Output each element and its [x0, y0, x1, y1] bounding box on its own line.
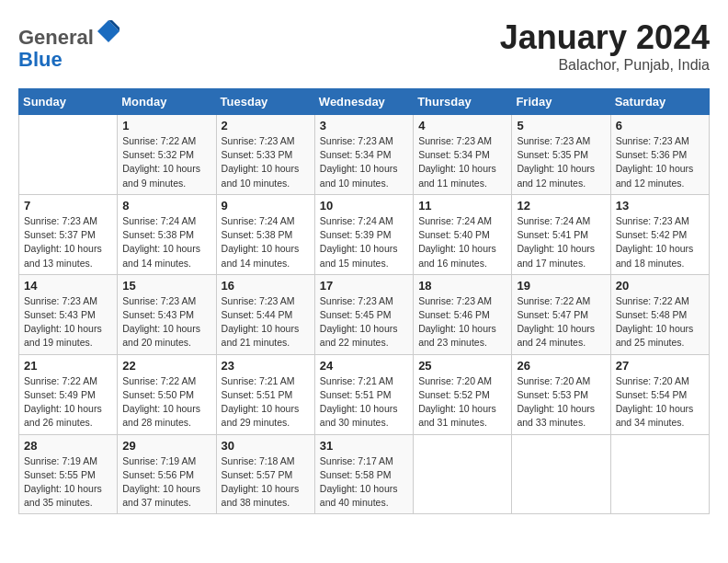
day-info: Sunrise: 7:24 AM Sunset: 5:38 PM Dayligh…	[122, 214, 210, 270]
calendar-cell: 12Sunrise: 7:24 AM Sunset: 5:41 PM Dayli…	[512, 194, 610, 274]
day-info: Sunrise: 7:19 AM Sunset: 5:56 PM Dayligh…	[122, 454, 210, 511]
logo: General Blue	[18, 18, 121, 71]
calendar-cell: 6Sunrise: 7:23 AM Sunset: 5:36 PM Daylig…	[610, 115, 709, 195]
calendar-cell: 17Sunrise: 7:23 AM Sunset: 5:45 PM Dayli…	[314, 274, 413, 354]
day-number: 1	[122, 119, 210, 132]
day-info: Sunrise: 7:19 AM Sunset: 5:55 PM Dayligh…	[24, 454, 112, 511]
logo-blue-text: Blue	[18, 48, 63, 71]
day-number: 12	[517, 199, 605, 213]
calendar-cell: 27Sunrise: 7:20 AM Sunset: 5:54 PM Dayli…	[610, 354, 709, 434]
day-number: 29	[122, 439, 210, 453]
calendar-cell	[414, 434, 512, 514]
calendar-cell: 8Sunrise: 7:24 AM Sunset: 5:38 PM Daylig…	[118, 194, 216, 274]
day-of-week-header: Monday	[118, 89, 216, 115]
calendar-week-row: 21Sunrise: 7:22 AM Sunset: 5:49 PM Dayli…	[19, 354, 710, 434]
calendar-cell: 13Sunrise: 7:23 AM Sunset: 5:42 PM Dayli…	[610, 194, 709, 274]
day-info: Sunrise: 7:24 AM Sunset: 5:39 PM Dayligh…	[320, 214, 408, 270]
day-number: 4	[418, 119, 506, 132]
day-number: 19	[517, 279, 605, 293]
calendar-cell: 21Sunrise: 7:22 AM Sunset: 5:49 PM Dayli…	[19, 354, 118, 434]
calendar-cell: 7Sunrise: 7:23 AM Sunset: 5:37 PM Daylig…	[19, 194, 118, 274]
day-number: 13	[616, 199, 704, 213]
title-block: January 2024 Balachor, Punjab, India	[500, 18, 710, 74]
calendar-cell: 5Sunrise: 7:23 AM Sunset: 5:35 PM Daylig…	[512, 115, 610, 195]
calendar-cell: 30Sunrise: 7:18 AM Sunset: 5:57 PM Dayli…	[216, 434, 314, 514]
day-of-week-header: Sunday	[19, 89, 118, 115]
calendar-cell: 22Sunrise: 7:22 AM Sunset: 5:50 PM Dayli…	[118, 354, 216, 434]
day-number: 23	[222, 359, 310, 373]
calendar-table: SundayMondayTuesdayWednesdayThursdayFrid…	[18, 88, 710, 514]
calendar-cell: 25Sunrise: 7:20 AM Sunset: 5:52 PM Dayli…	[414, 354, 512, 434]
day-number: 18	[418, 279, 506, 293]
day-number: 16	[222, 279, 310, 293]
calendar-body: 1Sunrise: 7:22 AM Sunset: 5:32 PM Daylig…	[19, 115, 710, 514]
day-number: 2	[222, 119, 310, 132]
day-info: Sunrise: 7:22 AM Sunset: 5:48 PM Dayligh…	[616, 294, 704, 350]
calendar-cell: 3Sunrise: 7:23 AM Sunset: 5:34 PM Daylig…	[314, 115, 413, 195]
day-of-week-header: Thursday	[414, 89, 512, 115]
calendar-cell: 29Sunrise: 7:19 AM Sunset: 5:56 PM Dayli…	[118, 434, 216, 514]
day-info: Sunrise: 7:23 AM Sunset: 5:46 PM Dayligh…	[418, 294, 506, 350]
calendar-week-row: 14Sunrise: 7:23 AM Sunset: 5:43 PM Dayli…	[19, 274, 710, 354]
day-number: 30	[222, 439, 310, 453]
day-info: Sunrise: 7:18 AM Sunset: 5:57 PM Dayligh…	[222, 454, 310, 511]
calendar-cell: 16Sunrise: 7:23 AM Sunset: 5:44 PM Dayli…	[216, 274, 314, 354]
day-info: Sunrise: 7:20 AM Sunset: 5:52 PM Dayligh…	[418, 374, 506, 431]
logo-general-text: General	[18, 26, 94, 49]
day-info: Sunrise: 7:23 AM Sunset: 5:45 PM Dayligh…	[320, 294, 408, 350]
day-number: 5	[517, 119, 605, 132]
day-number: 8	[122, 199, 210, 213]
logo-icon	[96, 18, 121, 44]
calendar-subtitle: Balachor, Punjab, India	[500, 57, 710, 74]
day-info: Sunrise: 7:20 AM Sunset: 5:53 PM Dayligh…	[517, 374, 605, 431]
day-number: 26	[517, 359, 605, 373]
day-number: 25	[418, 359, 506, 373]
calendar-cell: 31Sunrise: 7:17 AM Sunset: 5:58 PM Dayli…	[314, 434, 413, 514]
day-info: Sunrise: 7:23 AM Sunset: 5:34 PM Dayligh…	[320, 134, 408, 190]
calendar-week-row: 28Sunrise: 7:19 AM Sunset: 5:55 PM Dayli…	[19, 434, 710, 514]
day-info: Sunrise: 7:22 AM Sunset: 5:50 PM Dayligh…	[122, 374, 210, 431]
calendar-cell: 4Sunrise: 7:23 AM Sunset: 5:34 PM Daylig…	[414, 115, 512, 195]
day-number: 9	[222, 199, 310, 213]
day-info: Sunrise: 7:21 AM Sunset: 5:51 PM Dayligh…	[320, 374, 408, 431]
calendar-cell	[512, 434, 610, 514]
day-info: Sunrise: 7:21 AM Sunset: 5:51 PM Dayligh…	[222, 374, 310, 431]
day-info: Sunrise: 7:24 AM Sunset: 5:40 PM Dayligh…	[418, 214, 506, 270]
calendar-cell	[19, 115, 118, 195]
day-info: Sunrise: 7:23 AM Sunset: 5:44 PM Dayligh…	[222, 294, 310, 350]
calendar-cell: 1Sunrise: 7:22 AM Sunset: 5:32 PM Daylig…	[118, 115, 216, 195]
calendar-title: January 2024	[500, 18, 710, 57]
calendar-cell: 18Sunrise: 7:23 AM Sunset: 5:46 PM Dayli…	[414, 274, 512, 354]
calendar-header-row: SundayMondayTuesdayWednesdayThursdayFrid…	[19, 89, 710, 115]
calendar-cell: 2Sunrise: 7:23 AM Sunset: 5:33 PM Daylig…	[216, 115, 314, 195]
day-info: Sunrise: 7:24 AM Sunset: 5:38 PM Dayligh…	[222, 214, 310, 270]
day-info: Sunrise: 7:23 AM Sunset: 5:35 PM Dayligh…	[517, 134, 605, 190]
calendar-cell: 11Sunrise: 7:24 AM Sunset: 5:40 PM Dayli…	[414, 194, 512, 274]
svg-marker-0	[97, 20, 119, 42]
calendar-cell: 28Sunrise: 7:19 AM Sunset: 5:55 PM Dayli…	[19, 434, 118, 514]
day-number: 14	[24, 279, 112, 293]
day-info: Sunrise: 7:23 AM Sunset: 5:34 PM Dayligh…	[418, 134, 506, 190]
day-of-week-header: Friday	[512, 89, 610, 115]
day-number: 17	[320, 279, 408, 293]
day-number: 11	[418, 199, 506, 213]
day-number: 15	[122, 279, 210, 293]
day-info: Sunrise: 7:22 AM Sunset: 5:49 PM Dayligh…	[24, 374, 112, 431]
calendar-cell: 19Sunrise: 7:22 AM Sunset: 5:47 PM Dayli…	[512, 274, 610, 354]
day-number: 6	[616, 119, 704, 132]
day-info: Sunrise: 7:23 AM Sunset: 5:43 PM Dayligh…	[122, 294, 210, 350]
calendar-week-row: 7Sunrise: 7:23 AM Sunset: 5:37 PM Daylig…	[19, 194, 710, 274]
day-info: Sunrise: 7:20 AM Sunset: 5:54 PM Dayligh…	[616, 374, 704, 431]
day-number: 21	[24, 359, 112, 373]
calendar-cell: 23Sunrise: 7:21 AM Sunset: 5:51 PM Dayli…	[216, 354, 314, 434]
day-number: 22	[122, 359, 210, 373]
day-number: 7	[24, 199, 112, 213]
day-number: 20	[616, 279, 704, 293]
day-info: Sunrise: 7:23 AM Sunset: 5:43 PM Dayligh…	[24, 294, 112, 350]
calendar-cell	[610, 434, 709, 514]
calendar-cell: 24Sunrise: 7:21 AM Sunset: 5:51 PM Dayli…	[314, 354, 413, 434]
day-info: Sunrise: 7:23 AM Sunset: 5:42 PM Dayligh…	[616, 214, 704, 270]
calendar-cell: 20Sunrise: 7:22 AM Sunset: 5:48 PM Dayli…	[610, 274, 709, 354]
day-info: Sunrise: 7:23 AM Sunset: 5:36 PM Dayligh…	[616, 134, 704, 190]
day-info: Sunrise: 7:22 AM Sunset: 5:32 PM Dayligh…	[122, 134, 210, 190]
